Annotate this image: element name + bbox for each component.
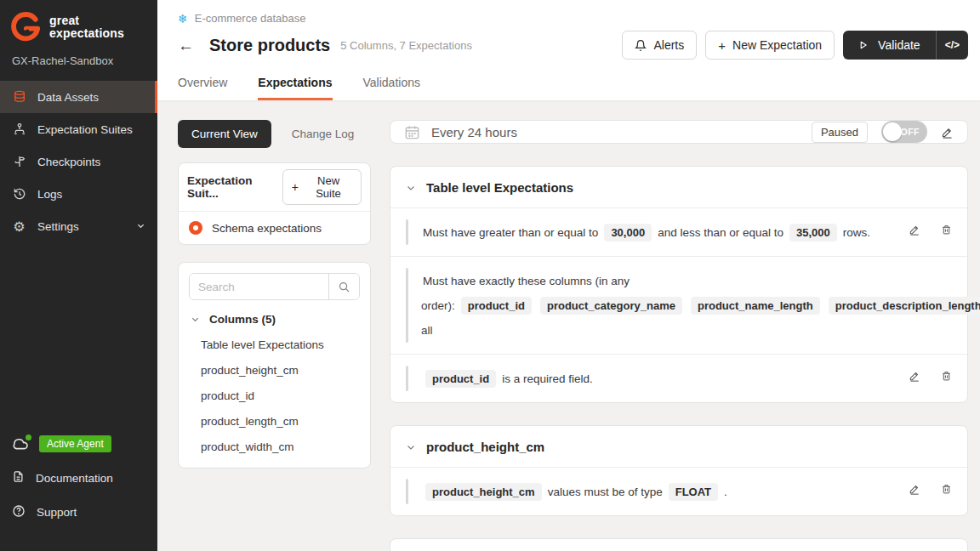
- sidebar-item-label: Logs: [37, 188, 62, 201]
- chevron-down-icon: [406, 442, 416, 452]
- delete-icon[interactable]: [941, 224, 952, 236]
- value-chip: 30,000: [604, 224, 652, 241]
- bell-icon: [635, 39, 647, 52]
- sidebar-item-documentation[interactable]: Documentation: [0, 461, 157, 495]
- edit-icon[interactable]: [909, 224, 920, 236]
- active-agent-badge: Active Agent: [39, 435, 111, 452]
- search-icon[interactable]: [328, 274, 359, 299]
- expectation-description: product_idis a required field.: [421, 366, 892, 391]
- column-item-product-length-cm[interactable]: product_length_cm: [189, 408, 360, 434]
- row-accent-bar: [406, 219, 408, 245]
- section-header[interactable]: Table level Expectations: [390, 167, 967, 208]
- validate-button[interactable]: Validate: [843, 31, 936, 60]
- logo-text: great expectations: [49, 14, 124, 40]
- delete-icon[interactable]: [941, 483, 952, 495]
- sidebar-nav: Data Assets Expectation Suites Checkpoin…: [0, 81, 157, 242]
- columns-group-label: Columns (5): [209, 313, 276, 326]
- code-snippet-button[interactable]: </>: [936, 31, 968, 60]
- value-chip: product_name_length: [691, 297, 820, 315]
- sidebar-item-checkpoints[interactable]: Checkpoints: [0, 145, 157, 178]
- sidebar-item-label: Documentation: [36, 472, 113, 485]
- value-chip: FLOAT: [669, 483, 718, 501]
- alerts-label: Alerts: [653, 38, 684, 52]
- expectation-text: rows.: [843, 226, 870, 239]
- chevron-down-icon: [191, 315, 200, 324]
- workspace-name: GX-Rachel-Sandbox: [0, 46, 157, 81]
- edit-schedule-icon[interactable]: [941, 126, 954, 139]
- columns-group-header[interactable]: Columns (5): [189, 300, 360, 332]
- value-chip: 35,000: [789, 224, 837, 241]
- code-icon: </>: [945, 39, 960, 51]
- row-accent-bar: [406, 366, 408, 391]
- column-item-table-level[interactable]: Table level Expectations: [189, 332, 360, 357]
- section-header[interactable]: product_id: [390, 539, 967, 551]
- new-expectation-button[interactable]: + New Expectation: [705, 31, 835, 60]
- schedule-bar: Every 24 hours Paused OFF: [390, 120, 968, 144]
- sidebar-item-expectation-suites[interactable]: Expectation Suites: [0, 113, 157, 145]
- back-button[interactable]: ←: [178, 37, 194, 54]
- columns-card: Columns (5) Table level Expectations pro…: [178, 262, 371, 469]
- logo: great expectations: [0, 0, 157, 46]
- tab-overview[interactable]: Overview: [178, 76, 227, 100]
- expectation-row: Must have greater than or equal to30,000…: [390, 208, 967, 257]
- radio-selected-icon: [189, 221, 202, 235]
- left-panel: Current View Change Log Expectation Suit…: [178, 120, 371, 551]
- page-subtitle: 5 Columns, 7 Expectations: [340, 39, 472, 52]
- sidebar-item-data-assets[interactable]: Data Assets: [0, 81, 157, 113]
- current-view-button[interactable]: Current View: [178, 120, 271, 148]
- expectation-text: values must be of type: [548, 486, 663, 498]
- section-header[interactable]: product_height_cm: [390, 426, 967, 468]
- column-item-product-id[interactable]: product_id: [189, 383, 360, 408]
- expectation-text: Must have greater than or equal to: [423, 226, 598, 239]
- row-actions: [909, 479, 952, 495]
- column-item-product-height-cm[interactable]: product_height_cm: [189, 357, 360, 383]
- schedule-frequency: Every 24 hours: [431, 125, 517, 139]
- tab-expectations[interactable]: Expectations: [258, 76, 332, 100]
- expectation-text: is a required field.: [502, 372, 593, 385]
- change-log-button[interactable]: Change Log: [292, 128, 355, 140]
- chevron-down-icon: [406, 183, 416, 193]
- content-area: Current View Change Log Expectation Suit…: [157, 100, 980, 551]
- schedule-toggle[interactable]: OFF: [881, 121, 927, 143]
- edit-icon[interactable]: [909, 483, 920, 495]
- gx-logo-icon: [9, 10, 43, 44]
- hierarchy-icon: [12, 122, 26, 137]
- alerts-button[interactable]: Alerts: [622, 31, 697, 60]
- expectation-text: .: [724, 486, 727, 498]
- agent-online-dot: [26, 435, 31, 440]
- tab-bar: Overview Expectations Validations: [178, 76, 968, 100]
- edit-icon[interactable]: [909, 370, 920, 382]
- new-suite-button[interactable]: + New Suite: [282, 169, 362, 205]
- toggle-state-label: OFF: [901, 121, 920, 143]
- value-chip: product_category_name: [540, 297, 682, 315]
- calendar-icon: [404, 124, 420, 140]
- agent-status-row: Active Agent: [0, 427, 157, 461]
- app-root: great expectations GX-Rachel-Sandbox Dat…: [0, 0, 980, 551]
- sidebar-spacer: [0, 242, 157, 427]
- suite-item-schema-expectations[interactable]: Schema expectations: [179, 212, 370, 244]
- delete-icon[interactable]: [941, 370, 952, 382]
- question-circle-icon: [12, 504, 26, 520]
- plus-icon: +: [292, 180, 299, 194]
- row-accent-bar: [406, 268, 408, 343]
- plus-icon: +: [718, 38, 726, 53]
- new-suite-label: New Suite: [305, 174, 352, 200]
- section-product-height-cm: product_height_cm product_height_cmvalue…: [390, 425, 968, 516]
- value-chip: product_description_length: [829, 297, 980, 315]
- expectation-description: Must have exactly these columns (in any …: [421, 268, 980, 343]
- snowflake-icon: ❄: [178, 13, 188, 25]
- sidebar-item-logs[interactable]: Logs: [0, 178, 157, 210]
- search-input[interactable]: [190, 274, 328, 299]
- row-actions: [909, 366, 952, 382]
- sidebar-item-support[interactable]: Support: [0, 495, 157, 529]
- database-icon: [12, 90, 26, 105]
- schedule-controls: Paused OFF: [812, 121, 954, 143]
- row-actions: [909, 219, 952, 236]
- new-expectation-label: New Expectation: [732, 38, 822, 52]
- section-title: product_height_cm: [426, 440, 544, 454]
- tab-validations[interactable]: Validations: [363, 76, 420, 100]
- datasource-name: E-commerce database: [195, 12, 306, 25]
- sidebar-item-settings[interactable]: ⚙ Settings: [0, 210, 157, 242]
- expectations-panel: Every 24 hours Paused OFF: [390, 120, 968, 551]
- column-item-product-width-cm[interactable]: product_width_cm: [189, 434, 360, 459]
